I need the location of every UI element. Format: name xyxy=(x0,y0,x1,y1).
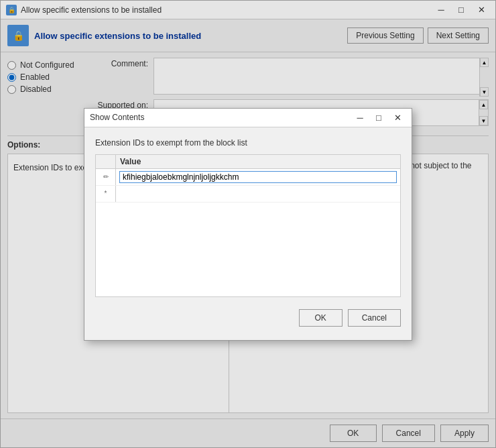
modal-cancel-button[interactable]: Cancel xyxy=(348,309,401,327)
modal-subtitle: Extension IDs to exempt from the block l… xyxy=(95,138,401,148)
main-window: 🔒 Allow specific extensions to be instal… xyxy=(0,0,496,448)
extension-id-input[interactable] xyxy=(120,172,396,182)
modal-bottom-buttons: OK Cancel xyxy=(95,304,401,329)
show-contents-modal: Show Contents ─ □ ✕ Extension IDs to exe… xyxy=(84,108,412,341)
modal-maximize-button[interactable]: □ xyxy=(370,110,387,125)
modal-ok-button[interactable]: OK xyxy=(299,309,343,327)
table-row-empty: * xyxy=(96,186,400,203)
modal-minimize-button[interactable]: ─ xyxy=(351,110,369,125)
table-cell-value[interactable] xyxy=(116,170,400,184)
table-row: ✏ xyxy=(96,169,400,186)
modal-overlay: Show Contents ─ □ ✕ Extension IDs to exe… xyxy=(1,1,495,447)
asterisk-icon: * xyxy=(96,186,116,202)
modal-close-button[interactable]: ✕ xyxy=(389,110,406,125)
modal-content: Extension IDs to exempt from the block l… xyxy=(84,127,412,340)
modal-title-bar: Show Contents ─ □ ✕ xyxy=(84,109,412,127)
table-icon-col xyxy=(96,155,116,168)
modal-title-controls: ─ □ ✕ xyxy=(351,110,406,125)
modal-title: Show Contents xyxy=(90,113,144,122)
edit-icon: ✏ xyxy=(96,169,116,185)
table-header: Value xyxy=(96,155,400,169)
table-cell-empty xyxy=(116,192,400,195)
modal-table: Value ✏ * xyxy=(95,154,401,297)
table-empty-area xyxy=(96,203,400,296)
table-value-col: Value xyxy=(116,155,400,168)
